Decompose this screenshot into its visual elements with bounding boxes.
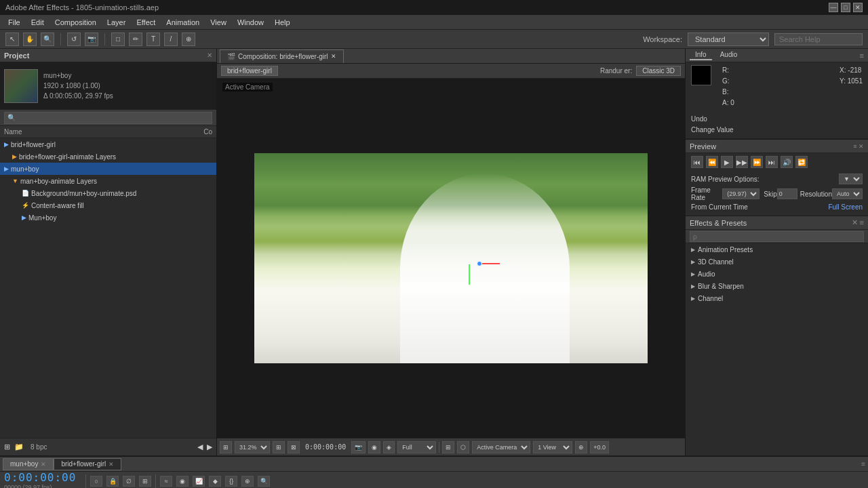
tool-brush[interactable]: / <box>164 33 178 46</box>
prev-next-frame[interactable]: ⏩ <box>751 156 763 168</box>
tool-hand[interactable]: ✋ <box>23 33 37 46</box>
menu-animation[interactable]: Animation <box>161 17 205 28</box>
tc-motion-blur[interactable]: ◉ <box>176 476 189 487</box>
minimize-button[interactable]: — <box>829 3 838 12</box>
tree-item-2[interactable]: ▶ mun+boy <box>0 163 216 175</box>
tc-lock[interactable]: 🔒 <box>106 476 119 487</box>
timeline-tab-bride[interactable]: brid+flower-girl ✕ <box>54 458 121 470</box>
prev-last-frame[interactable]: ⏭ <box>766 156 778 168</box>
viewer-grid[interactable]: ⊞ <box>442 441 454 453</box>
tc-shy[interactable]: ∅ <box>123 476 135 487</box>
tab1-close[interactable]: ✕ <box>41 461 46 468</box>
info-panel-menu[interactable]: ≡ <box>860 52 864 60</box>
prev-play-audio[interactable]: ▶▶ <box>736 156 748 168</box>
maximize-button[interactable]: □ <box>841 3 850 12</box>
viewer-3d[interactable]: ⬡ <box>457 441 469 453</box>
tool-pen[interactable]: ✏ <box>129 33 142 46</box>
tab2-close[interactable]: ✕ <box>108 461 114 468</box>
menu-window[interactable]: Window <box>232 17 269 28</box>
effects-search-input[interactable] <box>690 231 864 242</box>
tree-item-1[interactable]: ▶ bride+flower-girl-animate Layers <box>0 150 216 163</box>
tool-rect[interactable]: □ <box>111 33 125 46</box>
comp-tab-label: 🎬 <box>227 53 235 60</box>
prev-first-frame[interactable]: ⏮ <box>691 156 703 168</box>
menu-view[interactable]: View <box>205 17 232 28</box>
tc-frame-blend[interactable]: ≈ <box>160 476 172 487</box>
tool-zoom[interactable]: 🔍 <box>41 33 54 46</box>
viewer-pixel[interactable]: ⊠ <box>288 441 300 453</box>
viewer-show-channel[interactable]: ◉ <box>368 441 380 453</box>
menu-composition[interactable]: Composition <box>50 17 102 28</box>
view-layout-dropdown[interactable]: 1 View 2 Views 4 Views <box>533 441 572 453</box>
project-ctrl-left[interactable]: ◀ <box>197 443 203 451</box>
menu-edit[interactable]: Edit <box>26 17 50 28</box>
project-ctrl-folder[interactable]: 📁 <box>14 443 24 451</box>
effects-item-animation-presets[interactable]: ▶ Animation Presets <box>686 243 868 256</box>
comp-sub-tab[interactable]: brid+flower-girl <box>221 66 278 76</box>
menu-effect[interactable]: Effect <box>131 17 161 28</box>
tool-camera[interactable]: 📷 <box>85 33 98 46</box>
audio-tab[interactable]: Audio <box>715 50 743 60</box>
viewer-3d-mode[interactable]: ⊕ <box>575 441 587 453</box>
comp-tab-close[interactable]: ✕ <box>331 53 336 60</box>
menu-layer[interactable]: Layer <box>102 17 132 28</box>
frame-rate-dropdown[interactable]: (29.97) <box>722 188 760 199</box>
tc-graph[interactable]: 📈 <box>193 476 205 487</box>
tool-rotate[interactable]: ↺ <box>67 33 81 46</box>
info-tab[interactable]: Info <box>690 50 712 60</box>
tool-text[interactable]: T <box>146 33 160 46</box>
camera-view-dropdown[interactable]: Active Camera <box>472 441 530 453</box>
project-panel-close[interactable]: ✕ <box>207 52 212 59</box>
zoom-dropdown[interactable]: 31.2% 50% 100% <box>235 441 270 453</box>
resolution-dropdown[interactable]: Auto <box>832 188 863 199</box>
ram-preview-dropdown[interactable]: ▼ <box>839 174 863 184</box>
timeline-tab-mun-boy[interactable]: mun+boy ✕ <box>3 458 54 470</box>
close-button[interactable]: ✕ <box>853 3 863 12</box>
tc-search[interactable]: 🔍 <box>258 476 270 487</box>
tree-item-3[interactable]: ▼ man+boy-animate Layers <box>0 175 216 187</box>
skip-input[interactable] <box>777 188 797 199</box>
tree-item-6[interactable]: ▶ Mun+boy <box>0 211 216 224</box>
viewer-always-preview[interactable]: ⊞ <box>220 441 232 453</box>
tc-snapping[interactable]: ⊕ <box>241 476 254 487</box>
preview-panel-menu[interactable]: ≡ ✕ <box>853 143 864 150</box>
prev-prev-frame[interactable]: ⏪ <box>706 156 718 168</box>
project-search-input[interactable] <box>4 112 212 124</box>
viewer-fit[interactable]: ⊞ <box>273 441 285 453</box>
effects-item-3d-channel[interactable]: ▶ 3D Channel <box>686 256 868 268</box>
tc-collapse[interactable]: ⊞ <box>139 476 151 487</box>
workspace-dropdown[interactable]: Standard <box>688 33 769 46</box>
effects-item-channel[interactable]: ▶ Channel <box>686 292 868 304</box>
effects-item-audio[interactable]: ▶ Audio <box>686 268 868 280</box>
tc-solo[interactable]: ○ <box>90 476 102 487</box>
timeline-panel-menu[interactable]: ≡ <box>861 460 865 468</box>
menu-file[interactable]: File <box>3 17 26 28</box>
search-help-input[interactable] <box>774 33 863 45</box>
effects-item-blur-sharpen[interactable]: ▶ Blur & Sharpen <box>686 280 868 292</box>
file-icon-4: 📄 <box>22 190 29 197</box>
viewer-snapshot[interactable]: 📷 <box>351 441 366 453</box>
tree-col-co: Co <box>203 128 212 136</box>
info-panel: Info Audio ≡ R: G: B: A: 0 X: -218 Y: 10… <box>686 49 868 140</box>
project-ctrl-right[interactable]: ▶ <box>207 443 212 451</box>
tool-clone[interactable]: ⊕ <box>182 33 195 46</box>
tc-add-keyframe[interactable]: ◆ <box>209 476 221 487</box>
effects-panel-close[interactable]: ✕ ≡ <box>852 218 864 227</box>
renderer-button[interactable]: Classic 3D <box>636 66 681 76</box>
viewer-offset[interactable]: +0.0 <box>590 441 609 453</box>
tc-expressions[interactable]: {} <box>225 476 237 487</box>
prev-loop[interactable]: 🔁 <box>795 156 808 168</box>
tool-arrow[interactable]: ↖ <box>5 33 19 46</box>
prev-play[interactable]: ▶ <box>721 156 733 168</box>
comp-tab-main[interactable]: 🎬 Composition: bride+flower-girl ✕ <box>220 49 344 63</box>
tree-item-5[interactable]: ⚡ Content-aware fill <box>0 199 216 211</box>
tree-item-4[interactable]: 📄 Background/mun+boy-unimate.psd <box>0 187 216 199</box>
tree-item-0[interactable]: ▶ brid+flower-girl <box>0 138 216 150</box>
viewer-quality[interactable]: ◈ <box>383 441 395 453</box>
view-full-dropdown[interactable]: Full Half Quarter <box>397 441 436 453</box>
prev-audio[interactable]: 🔊 <box>781 156 793 168</box>
undo-section: Undo Change Value <box>686 111 868 139</box>
menu-help[interactable]: Help <box>269 17 296 28</box>
project-ctrl-new[interactable]: ⊞ <box>4 443 10 451</box>
comp-sub-tab-bar: brid+flower-girl Randur er: Classic 3D <box>217 64 685 79</box>
